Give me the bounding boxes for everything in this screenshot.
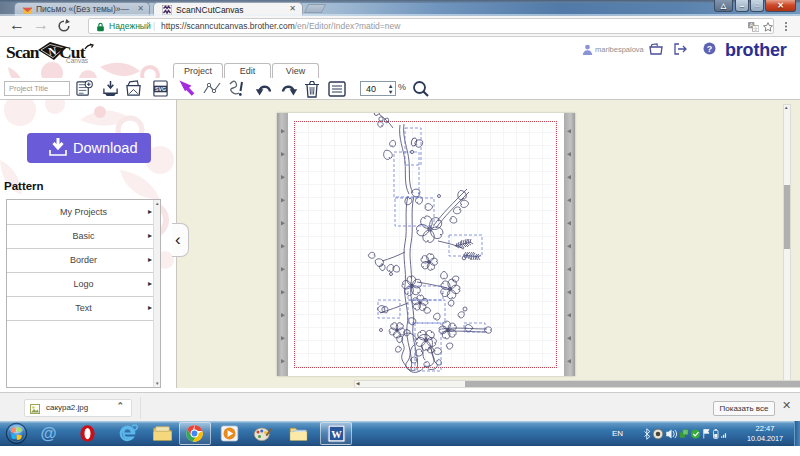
svg-text:N: N: [48, 45, 58, 58]
svg-text:?: ?: [707, 44, 713, 54]
svg-text:W: W: [331, 429, 342, 440]
svg-text:文: 文: [753, 26, 758, 32]
svg-text:SVG: SVG: [155, 86, 166, 92]
svg-text:@: @: [40, 424, 56, 442]
